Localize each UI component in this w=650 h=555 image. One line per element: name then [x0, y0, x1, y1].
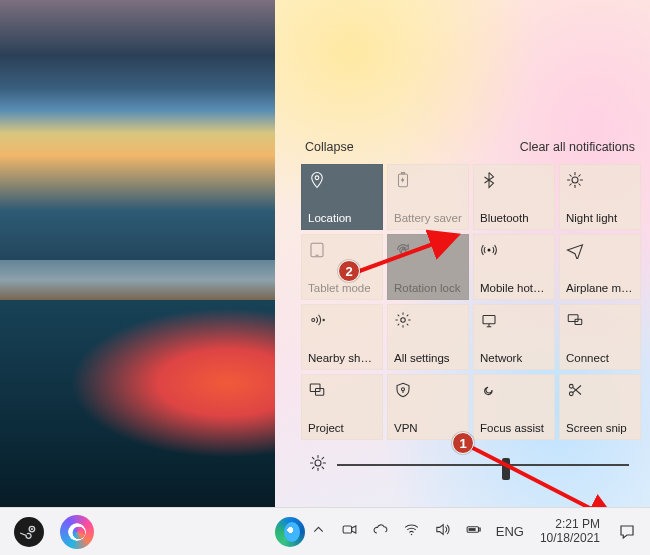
- tile-nearby-sharing[interactable]: Nearby sharing: [301, 304, 383, 370]
- tile-label: Location: [308, 212, 376, 225]
- action-center-icon[interactable]: [616, 521, 638, 543]
- taskbar-app-edge[interactable]: [272, 510, 308, 554]
- tile-label: Rotation lock: [394, 282, 462, 295]
- edge-icon: [275, 517, 305, 547]
- tray-chevron-up-icon[interactable]: [310, 521, 327, 542]
- canva-icon: [60, 515, 94, 549]
- tile-mobile-hotspot[interactable]: Mobile hotspot: [473, 234, 555, 300]
- bluetooth-icon: [480, 171, 498, 189]
- taskbar-app-canva[interactable]: [54, 510, 100, 554]
- svg-point-16: [312, 319, 315, 322]
- tile-network[interactable]: Network: [473, 304, 555, 370]
- annotation-marker-2: 2: [338, 260, 360, 282]
- steam-icon: [14, 517, 44, 547]
- svg-line-8: [570, 175, 572, 177]
- tile-label: Battery saver: [394, 212, 462, 225]
- tile-screen-snip[interactable]: Screen snip: [559, 374, 641, 440]
- screen-snip-icon: [566, 381, 584, 399]
- taskbar-app-steam[interactable]: [6, 510, 52, 554]
- clock-time: 2:21 PM: [540, 518, 600, 532]
- svg-line-9: [579, 184, 581, 186]
- meet-now-icon[interactable]: [341, 521, 358, 542]
- battery-icon[interactable]: [465, 521, 482, 542]
- svg-marker-48: [437, 525, 443, 535]
- tile-label: Bluetooth: [480, 212, 548, 225]
- brightness-icon: [309, 454, 327, 476]
- tile-project[interactable]: Project: [301, 374, 383, 440]
- tile-vpn[interactable]: VPN: [387, 374, 469, 440]
- connect-icon: [566, 311, 584, 329]
- svg-line-36: [312, 457, 314, 459]
- action-center-header: Collapse Clear all notifications: [295, 136, 641, 164]
- svg-point-15: [488, 249, 491, 252]
- svg-rect-21: [568, 315, 578, 322]
- svg-rect-2: [402, 173, 405, 175]
- svg-line-37: [322, 467, 324, 469]
- svg-point-0: [315, 176, 319, 180]
- tile-label: Project: [308, 422, 376, 435]
- svg-point-44: [31, 528, 33, 530]
- nearby-sharing-icon: [308, 311, 326, 329]
- annotation-marker-1: 1: [452, 432, 474, 454]
- taskbar: ENG 2:21 PM 10/18/2021: [0, 507, 650, 555]
- tablet-mode-icon: [308, 241, 326, 259]
- svg-point-27: [569, 392, 573, 396]
- brightness-thumb[interactable]: [502, 458, 510, 480]
- svg-rect-51: [468, 528, 475, 531]
- location-icon: [308, 171, 326, 189]
- tile-rotation-lock[interactable]: Rotation lock: [387, 234, 469, 300]
- tile-focus-assist[interactable]: Focus assist: [473, 374, 555, 440]
- svg-point-3: [572, 177, 578, 183]
- clock-date: 10/18/2021: [540, 532, 600, 546]
- tile-airplane-mode[interactable]: Airplane mode: [559, 234, 641, 300]
- tile-location[interactable]: Location: [301, 164, 383, 230]
- tile-label: VPN: [394, 422, 462, 435]
- svg-rect-50: [479, 528, 480, 531]
- svg-point-25: [402, 388, 405, 391]
- battery-saver-icon: [394, 171, 412, 189]
- tile-bluetooth[interactable]: Bluetooth: [473, 164, 555, 230]
- language-indicator[interactable]: ENG: [496, 524, 524, 539]
- tile-label: Tablet mode: [308, 282, 376, 295]
- all-settings-icon: [394, 311, 412, 329]
- svg-rect-18: [483, 316, 495, 324]
- screenshot-stage: Collapse Clear all notifications Locatio…: [0, 0, 650, 555]
- svg-line-38: [312, 467, 314, 469]
- vpn-icon: [394, 381, 412, 399]
- tile-connect[interactable]: Connect: [559, 304, 641, 370]
- svg-marker-46: [351, 526, 355, 533]
- volume-icon[interactable]: [434, 521, 451, 542]
- rotation-lock-icon: [394, 241, 412, 259]
- tile-label: Screen snip: [566, 422, 634, 435]
- wifi-icon[interactable]: [403, 521, 420, 542]
- airplane-mode-icon: [566, 241, 584, 259]
- mobile-hotspot-icon: [480, 241, 498, 259]
- project-icon: [308, 381, 326, 399]
- tile-label: Connect: [566, 352, 634, 365]
- focus-assist-icon: [480, 381, 498, 399]
- tile-label: All settings: [394, 352, 462, 365]
- system-tray: ENG 2:21 PM 10/18/2021: [310, 518, 644, 546]
- tile-label: Night light: [566, 212, 634, 225]
- clock[interactable]: 2:21 PM 10/18/2021: [538, 518, 602, 546]
- svg-point-28: [569, 384, 573, 388]
- night-light-icon: [566, 171, 584, 189]
- svg-line-39: [322, 457, 324, 459]
- network-icon: [480, 311, 498, 329]
- collapse-link[interactable]: Collapse: [305, 140, 354, 154]
- svg-point-31: [315, 460, 321, 466]
- tile-battery-saver[interactable]: Battery saver: [387, 164, 469, 230]
- tile-label: Network: [480, 352, 548, 365]
- onedrive-icon[interactable]: [372, 521, 389, 542]
- svg-point-17: [401, 318, 406, 323]
- tile-all-settings[interactable]: All settings: [387, 304, 469, 370]
- svg-line-11: [579, 175, 581, 177]
- clear-all-link[interactable]: Clear all notifications: [520, 140, 635, 154]
- svg-rect-45: [343, 526, 352, 533]
- tile-label: Mobile hotspot: [480, 282, 548, 295]
- svg-line-10: [570, 184, 572, 186]
- tile-label: Focus assist: [480, 422, 548, 435]
- tile-night-light[interactable]: Night light: [559, 164, 641, 230]
- brightness-slider[interactable]: [337, 464, 629, 466]
- tile-label: Nearby sharing: [308, 352, 376, 365]
